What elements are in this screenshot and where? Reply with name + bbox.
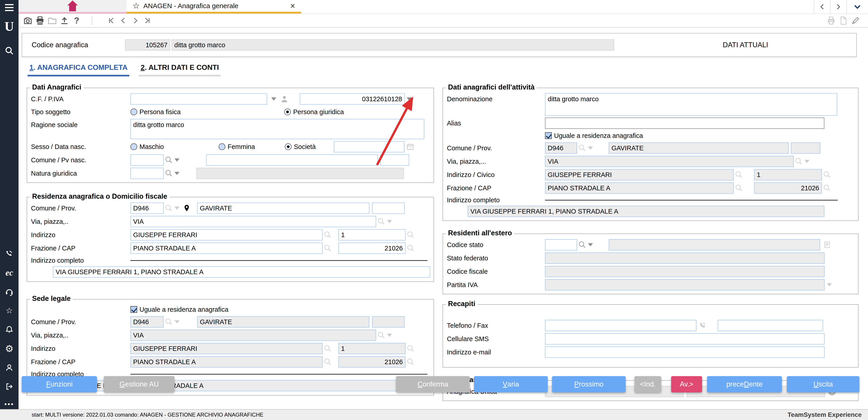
sede-cap-input[interactable]: [338, 356, 405, 367]
codice-stato-input[interactable]: [545, 239, 577, 250]
first-record-icon[interactable]: [105, 15, 117, 26]
radio-societa[interactable]: [285, 143, 291, 150]
checkbox-uguale-residenza-sede[interactable]: [130, 306, 137, 313]
comune-nascita-search-icon[interactable]: [165, 156, 172, 164]
sede-comune-codice-input[interactable]: [130, 316, 164, 328]
screenshot-camera-icon[interactable]: [22, 15, 34, 26]
att-civico-search-icon[interactable]: [823, 171, 831, 179]
denominazione-header-value[interactable]: [172, 39, 614, 51]
ragione-sociale-input[interactable]: ditta grotto marco: [130, 119, 424, 139]
tab-altri-dati-e-conti[interactable]: 2. ALTRI DATI E CONTI: [139, 63, 221, 77]
att-indirizzo-search-icon[interactable]: [735, 171, 742, 179]
comune-nascita-nome-input[interactable]: [206, 154, 378, 166]
comune-nascita-codice-input[interactable]: [130, 154, 164, 166]
notifications-bell-icon[interactable]: [4, 325, 14, 335]
sede-comune-nome-input[interactable]: [197, 316, 369, 328]
next-record-icon[interactable]: [129, 15, 142, 26]
partita-iva-input[interactable]: [300, 93, 405, 104]
cf-dropdown-icon[interactable]: [271, 97, 276, 100]
att-frazione-input[interactable]: [545, 182, 734, 194]
natura-giuridica-search-icon[interactable]: [165, 169, 172, 177]
sede-cap-search-icon[interactable]: [407, 358, 414, 366]
conferma-button[interactable]: Conferma: [396, 376, 470, 392]
res-indirizzo-completo-input[interactable]: [53, 266, 430, 278]
prossimo-button[interactable]: Prossimo: [552, 376, 626, 392]
phone-call-icon[interactable]: [699, 322, 707, 330]
telefono-input[interactable]: [545, 320, 696, 331]
codice-stato-dropdown-icon[interactable]: [588, 243, 593, 246]
partita-iva-estero-dropdown-icon[interactable]: [827, 283, 832, 287]
indietro-button[interactable]: <Ind.: [634, 376, 661, 392]
natura-giuridica-codice-input[interactable]: [130, 168, 164, 179]
more-ellipsis-icon[interactable]: •••: [4, 399, 14, 409]
person-lookup-icon[interactable]: [280, 94, 289, 103]
phone-icon[interactable]: [4, 249, 14, 259]
att-comune-dropdown-icon[interactable]: [588, 147, 593, 150]
att-via-dropdown-icon[interactable]: [804, 160, 809, 163]
att-cap-search-icon[interactable]: [823, 184, 831, 192]
denominazione-input[interactable]: ditta grotto marco: [545, 93, 837, 116]
folder-icon[interactable]: [46, 15, 58, 26]
checkbox-uguale-residenza-attivita[interactable]: [545, 132, 552, 139]
res-cap-search-icon[interactable]: [407, 244, 414, 252]
tab-anagen[interactable]: ☆ ANAGEN - Anagrafica generale ×: [127, 0, 301, 13]
alias-input[interactable]: [545, 118, 825, 129]
sede-via-search-icon[interactable]: [377, 331, 385, 339]
att-comune-nome-input[interactable]: [609, 142, 789, 154]
comune-nascita-dropdown-icon[interactable]: [175, 158, 180, 161]
home-tab[interactable]: [19, 0, 127, 13]
tab-list-chevron-down-icon[interactable]: [846, 0, 868, 13]
ec-logo-icon[interactable]: ec: [4, 268, 14, 278]
sede-indirizzo-input[interactable]: [130, 343, 322, 354]
res-civico-search-icon[interactable]: [407, 231, 414, 239]
print-icon[interactable]: [34, 15, 46, 26]
search-icon[interactable]: [4, 46, 14, 56]
gestione-au-button[interactable]: Gestione AU: [104, 376, 175, 392]
att-indirizzo-completo-input[interactable]: [468, 206, 825, 217]
sede-via-input[interactable]: [130, 330, 376, 341]
res-frazione-input[interactable]: [130, 243, 322, 254]
codice-fiscale-input[interactable]: [130, 93, 267, 104]
help-icon[interactable]: ?: [70, 15, 83, 26]
scroll-tabs-left-icon[interactable]: [814, 0, 830, 13]
res-indirizzo-input[interactable]: [130, 229, 322, 241]
cellulare-input[interactable]: [545, 333, 825, 344]
radio-maschio[interactable]: [130, 143, 137, 150]
sede-frazione-search-icon[interactable]: [324, 358, 331, 366]
sede-frazione-input[interactable]: [130, 356, 322, 367]
res-via-dropdown-icon[interactable]: [387, 220, 392, 223]
res-comune-codice-input[interactable]: [130, 203, 164, 214]
new-document-icon[interactable]: [837, 15, 849, 26]
res-via-search-icon[interactable]: [377, 217, 385, 226]
radio-femmina[interactable]: [219, 143, 225, 150]
calendar-icon[interactable]: 3: [406, 143, 414, 151]
natura-giuridica-dropdown-icon[interactable]: [175, 172, 180, 175]
funzioni-button[interactable]: Funzioni: [22, 376, 97, 392]
sede-civico-input[interactable]: [338, 343, 405, 354]
att-prov-input[interactable]: [791, 142, 820, 154]
att-civico-input[interactable]: [754, 169, 822, 180]
country-list-icon[interactable]: [823, 241, 831, 249]
partita-iva-estero-input[interactable]: [545, 279, 825, 291]
sede-comune-dropdown-icon[interactable]: [175, 320, 180, 324]
att-cap-input[interactable]: [754, 182, 822, 194]
pv-nascita-input[interactable]: [380, 154, 409, 166]
precedente-button[interactable]: preceDente: [707, 376, 782, 392]
radio-persona-fisica[interactable]: [130, 109, 137, 115]
close-tab-icon[interactable]: ×: [290, 1, 295, 11]
res-frazione-search-icon[interactable]: [324, 244, 331, 252]
att-comune-codice-input[interactable]: [545, 142, 577, 154]
sede-civico-search-icon[interactable]: [407, 344, 414, 353]
menu-icon[interactable]: [5, 4, 13, 13]
favorites-star-icon[interactable]: ☆: [4, 306, 14, 316]
scroll-tabs-right-icon[interactable]: [830, 0, 846, 13]
tab-anagrafica-completa[interactable]: 1. ANAGRAFICA COMPLETA: [28, 63, 129, 77]
data-nascita-input[interactable]: [334, 141, 404, 152]
email-input[interactable]: [545, 347, 825, 358]
piva-dropdown-icon[interactable]: [407, 97, 412, 100]
sede-prov-input[interactable]: [372, 316, 405, 328]
res-cap-input[interactable]: [338, 243, 405, 254]
last-record-icon[interactable]: [142, 15, 154, 26]
upload-icon[interactable]: [58, 15, 70, 26]
user-icon[interactable]: [4, 363, 14, 372]
